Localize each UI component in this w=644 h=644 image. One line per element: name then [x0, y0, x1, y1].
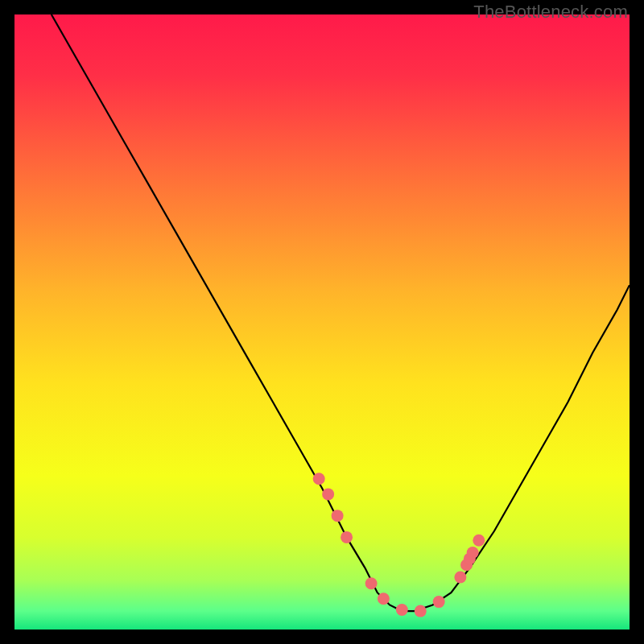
data-marker	[365, 577, 378, 589]
data-marker	[313, 473, 325, 485]
data-marker	[473, 535, 485, 547]
data-marker	[454, 572, 466, 584]
gradient-rect	[14, 14, 630, 630]
data-marker	[341, 531, 353, 543]
data-marker	[467, 547, 479, 559]
data-marker	[415, 605, 427, 617]
data-marker	[332, 510, 344, 522]
data-marker	[396, 604, 408, 616]
chart-frame	[14, 14, 630, 630]
data-marker	[433, 596, 445, 608]
data-marker	[322, 488, 334, 500]
watermark-text: TheBottleneck.com	[473, 2, 628, 23]
data-marker	[378, 592, 390, 605]
chart-svg	[14, 14, 630, 630]
